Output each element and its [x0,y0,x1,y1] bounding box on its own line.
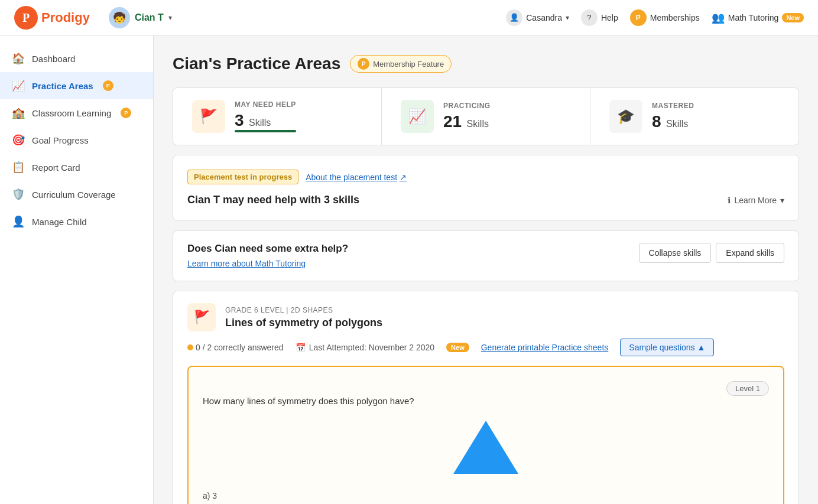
skill-date-text: Last Attempted: November 2 2020 [309,343,434,352]
external-link-icon: ↗ [400,173,407,182]
skill-separator: | [286,306,290,314]
sidebar-item-classroom-learning[interactable]: 🏫 Classroom Learning P [0,99,153,126]
help-message: Cian T may need help with 3 skills [187,194,359,206]
sample-questions-chevron-icon: ▲ [697,343,706,352]
skill-correct-text: 0 / 2 correctly answered [196,343,284,352]
mastered-icon: 🎓 [609,100,642,133]
math-tutoring-button[interactable]: 👥 Math Tutoring New [712,11,804,24]
skill-info: GRADE 6 LEVEL | 2D SHAPES Lines of symme… [225,306,382,329]
mastered-value-row: 8 Skills [652,112,694,131]
extra-help-row: Does Cian need some extra help? Learn mo… [187,243,784,269]
practice-areas-membership-badge: P [103,80,113,91]
chevron-down-icon: ▾ [168,14,172,22]
classroom-icon: 🏫 [12,106,25,119]
mastered-section: 🎓 MASTERED 8 Skills [590,88,798,145]
sidebar-item-curriculum-coverage[interactable]: 🛡️ Curriculum Coverage [0,181,153,208]
user-chevron-icon: ▾ [566,14,569,22]
sidebar-item-label: Manage Child [32,217,87,227]
child-selector[interactable]: 🧒 Cian T ▾ [109,7,172,28]
sidebar-item-label: Practice Areas [32,81,93,91]
main-content: Cian's Practice Areas P Membership Featu… [154,35,818,504]
child-avatar: 🧒 [109,7,130,28]
skill-grade: GRADE 6 LEVEL [225,306,284,314]
practice-areas-icon: 📈 [12,79,25,92]
collapse-skills-button[interactable]: Collapse skills [639,243,712,263]
placement-badge: Placement test in progress [187,170,298,184]
practicing-icon: 📈 [401,100,434,133]
may-need-help-value: 3 [235,111,244,129]
user-account-button[interactable]: 👤 Casandra ▾ [506,9,569,26]
skill-flag-icon: 🚩 [187,303,216,331]
logo-text: Prodigy [41,10,90,25]
sample-questions-button[interactable]: Sample questions ▲ [620,339,714,356]
sidebar-item-manage-child[interactable]: 👤 Manage Child [0,208,153,235]
manage-child-icon: 👤 [12,215,25,228]
triangle-diagram [450,418,521,477]
placement-card: Placement test in progress About the pla… [173,155,799,221]
mastered-value: 8 [652,112,661,131]
practicing-value-row: 21 Skills [443,112,491,131]
sidebar-item-practice-areas[interactable]: 📈 Practice Areas P [0,72,153,99]
logo[interactable]: P Prodigy [14,6,90,30]
memberships-button[interactable]: P Memberships [630,9,700,26]
expand-skills-button[interactable]: Expand skills [716,243,784,263]
math-tutoring-link[interactable]: Learn more about Math Tutoring [187,259,306,268]
help-icon: ? [581,9,598,26]
extra-help-card: Does Cian need some extra help? Learn mo… [173,230,799,281]
dashboard-icon: 🏠 [12,52,25,65]
sidebar-item-label: Goal Progress [32,135,89,145]
generate-practice-link[interactable]: Generate printable Practice sheets [481,343,609,352]
user-icon: 👤 [506,9,522,26]
skill-new-badge: New [446,343,469,352]
practicing-unit: Skills [467,119,489,129]
sidebar-item-report-card[interactable]: 📋 Report Card [0,154,153,181]
placement-link[interactable]: About the placement test ↗ [306,173,407,182]
page-title: Cian's Practice Areas [173,54,340,73]
math-tutoring-icon: 👥 [712,11,725,24]
help-button[interactable]: ? Help [581,9,618,26]
svg-marker-2 [453,421,518,474]
triangle-container [203,418,769,477]
skill-name: Lines of symmetry of polygons [225,317,382,329]
sidebar-item-label: Classroom Learning [32,108,111,118]
skill-button-group: Collapse skills Expand skills [639,243,784,263]
curriculum-icon: 🛡️ [12,188,25,201]
question-text: How many lines of symmetry does this pol… [203,396,769,406]
may-need-help-unit: Skills [249,118,271,128]
extra-help-content: Does Cian need some extra help? Learn mo… [187,243,348,269]
may-need-help-data: MAY NEED HELP 3 Skills [235,100,296,132]
memberships-icon: P [630,9,647,26]
calendar-icon: 📅 [296,343,306,352]
answer-options: a) 3 b) 2 c) 1 [203,491,769,504]
report-icon: 📋 [12,161,25,174]
skill-header: 🚩 GRADE 6 LEVEL | 2D SHAPES Lines of sym… [187,303,784,331]
practicing-data: PRACTICING 21 Skills [443,102,491,131]
learn-more-button[interactable]: ℹ Learn More ▾ [728,196,784,205]
stats-card: 🚩 MAY NEED HELP 3 Skills 📈 PRACTICING [173,87,799,145]
mastered-data: MASTERED 8 Skills [652,102,694,131]
sidebar-item-label: Dashboard [32,54,75,64]
classroom-membership-badge: P [121,108,131,118]
skill-meta: GRADE 6 LEVEL | 2D SHAPES [225,306,382,314]
child-name: Cian T [135,12,164,23]
may-need-help-section: 🚩 MAY NEED HELP 3 Skills [173,88,382,145]
may-need-help-value-row: 3 Skills [235,111,296,130]
memberships-label: Memberships [650,13,700,22]
sample-questions-label: Sample questions [629,343,694,352]
header-right: 👤 Casandra ▾ ? Help P Memberships 👥 Math… [506,9,804,26]
may-need-help-icon: 🚩 [192,100,225,133]
question-card: Level 1 How many lines of symmetry does … [187,366,784,504]
learn-more-label: Learn More [734,196,777,205]
membership-feature-badge: P Membership Feature [350,55,452,73]
sidebar-item-goal-progress[interactable]: 🎯 Goal Progress [0,126,153,154]
skill-card: 🚩 GRADE 6 LEVEL | 2D SHAPES Lines of sym… [173,291,799,504]
membership-feature-label: Membership Feature [373,60,444,69]
membership-feature-icon: P [358,58,369,70]
help-row: Cian T may need help with 3 skills ℹ Lea… [187,194,784,206]
sidebar-item-dashboard[interactable]: 🏠 Dashboard [0,45,153,72]
user-name-label: Casandra [526,13,562,22]
skill-date: 📅 Last Attempted: November 2 2020 [296,343,434,352]
may-need-help-label: MAY NEED HELP [235,100,296,109]
svg-text:P: P [22,11,30,24]
math-tutoring-label: Math Tutoring [728,13,779,22]
